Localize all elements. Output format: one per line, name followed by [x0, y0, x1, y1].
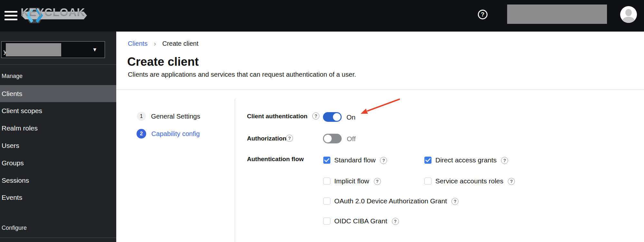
- oauth-device-grant-checkbox[interactable]: [323, 198, 330, 205]
- page-subtitle: Clients are applications and services th…: [128, 71, 356, 78]
- wizard-divider: [235, 99, 235, 242]
- breadcrumb: Clients › Create client: [128, 40, 198, 47]
- step-label: General Settings: [151, 112, 200, 120]
- oauth-device-grant-help-icon[interactable]: ?: [451, 198, 459, 205]
- oidc-ciba-grant-label[interactable]: OIDC CIBA Grant: [334, 217, 387, 225]
- client-authentication-label: Client authentication: [247, 113, 308, 120]
- sidebar-divider: [0, 237, 116, 238]
- checkbox-row-oauth-device-grant: OAuth 2.0 Device Authorization Grant ?: [323, 197, 459, 205]
- check-icon: [324, 158, 329, 162]
- page-title: Create client: [127, 55, 199, 69]
- content-divider: [116, 90, 644, 90]
- authentication-flow-label: Authentication flow: [247, 156, 304, 163]
- implicit-flow-checkbox[interactable]: [323, 178, 330, 185]
- breadcrumb-current: Create client: [162, 40, 198, 47]
- step-number-badge: 1: [137, 112, 146, 121]
- sidebar: y ▾ Manage Clients Client scopes Realm r…: [0, 32, 116, 242]
- wizard-step-capability-config[interactable]: 2 Capability config: [137, 129, 200, 139]
- step-label: Capability config: [151, 130, 200, 138]
- toggle-knob: [324, 135, 332, 142]
- redacted-realm-name: [6, 43, 61, 56]
- header-help-icon[interactable]: ?: [478, 10, 488, 19]
- caret-down-icon: ▾: [93, 46, 96, 53]
- realm-selector-dropdown[interactable]: y ▾: [1, 41, 105, 58]
- sidebar-item-client-scopes[interactable]: Client scopes: [0, 102, 116, 119]
- checkbox-row-oidc-ciba-grant: OIDC CIBA Grant ?: [323, 217, 399, 225]
- breadcrumb-clients-link[interactable]: Clients: [128, 40, 147, 47]
- direct-access-grants-checkbox[interactable]: [424, 157, 431, 164]
- implicit-flow-help-icon[interactable]: ?: [374, 178, 381, 185]
- sidebar-item-events[interactable]: Events: [0, 189, 116, 206]
- authorization-state: Off: [347, 135, 356, 143]
- sidebar-section-configure: Configure: [2, 225, 27, 231]
- direct-access-grants-help-icon[interactable]: ?: [501, 157, 508, 164]
- wizard-step-general-settings[interactable]: 1 General Settings: [137, 112, 200, 121]
- authorization-toggle[interactable]: [323, 134, 342, 143]
- toggle-knob: [333, 113, 341, 121]
- masthead: KEYCLOAK ?: [0, 0, 644, 32]
- implicit-flow-label[interactable]: Implicit flow: [334, 177, 369, 185]
- red-arrow-annotation: [351, 95, 406, 118]
- checkbox-row-direct-access-grants: Direct access grants ?: [424, 156, 508, 164]
- step-number-badge: 2: [137, 129, 146, 139]
- sidebar-item-realm-roles[interactable]: Realm roles: [0, 120, 116, 137]
- avatar[interactable]: [620, 6, 637, 23]
- standard-flow-help-icon[interactable]: ?: [380, 157, 387, 164]
- keycloak-logo-text: KEYCLOAK: [21, 6, 85, 19]
- authorization-label: Authorization: [247, 135, 286, 142]
- checkbox-row-standard-flow: Standard flow ?: [323, 156, 387, 164]
- client-authentication-state: On: [346, 113, 355, 121]
- checkbox-row-implicit-flow: Implicit flow ?: [323, 177, 381, 185]
- sidebar-item-users[interactable]: Users: [0, 137, 116, 154]
- authorization-help-icon[interactable]: ?: [286, 135, 293, 142]
- hamburger-menu-icon[interactable]: [5, 11, 17, 21]
- redacted-user-label: [507, 5, 607, 24]
- service-accounts-roles-checkbox[interactable]: [424, 178, 431, 185]
- standard-flow-checkbox[interactable]: [323, 157, 330, 164]
- sidebar-section-manage: Manage: [2, 73, 23, 80]
- service-accounts-roles-label[interactable]: Service accounts roles: [435, 177, 503, 185]
- client-authentication-help-icon[interactable]: ?: [312, 112, 319, 120]
- avatar-person-icon: [625, 9, 632, 16]
- standard-flow-label[interactable]: Standard flow: [334, 156, 375, 164]
- client-authentication-toggle[interactable]: [323, 112, 342, 122]
- checkbox-row-service-accounts-roles: Service accounts roles ?: [424, 177, 515, 185]
- service-accounts-roles-help-icon[interactable]: ?: [508, 178, 515, 185]
- sidebar-divider: [0, 64, 116, 65]
- direct-access-grants-label[interactable]: Direct access grants: [435, 156, 497, 164]
- oidc-ciba-grant-checkbox[interactable]: [323, 218, 330, 225]
- sidebar-item-sessions[interactable]: Sessions: [0, 172, 116, 189]
- sidebar-item-clients[interactable]: Clients: [0, 85, 116, 102]
- oauth-device-grant-label[interactable]: OAuth 2.0 Device Authorization Grant: [334, 197, 447, 205]
- oidc-ciba-grant-help-icon[interactable]: ?: [392, 218, 399, 225]
- breadcrumb-separator-icon: ›: [154, 40, 156, 47]
- check-icon: [425, 158, 431, 162]
- sidebar-item-groups[interactable]: Groups: [0, 154, 116, 171]
